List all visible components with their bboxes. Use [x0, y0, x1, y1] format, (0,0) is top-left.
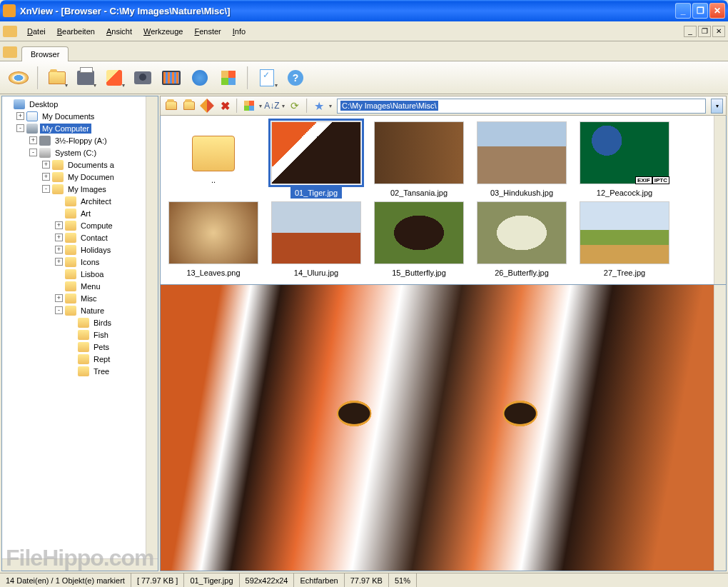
tree-node[interactable]: Birds: [4, 316, 144, 328]
tree-expander[interactable]: -: [55, 306, 63, 314]
tree-expander[interactable]: +: [55, 234, 63, 241]
thumbnail-item[interactable]: 27_Tree.jpg: [575, 201, 674, 279]
mdi-close-button[interactable]: ✕: [712, 26, 725, 37]
tree-expander[interactable]: +: [55, 294, 63, 302]
tree-expander[interactable]: -: [16, 124, 24, 132]
tree-node[interactable]: +My Documents: [4, 110, 144, 122]
tree-scrollbar-horizontal[interactable]: [2, 558, 158, 571]
maximize-button[interactable]: ❐: [692, 3, 708, 19]
capture-button[interactable]: [130, 65, 156, 91]
app-icon-small[interactable]: [3, 26, 17, 37]
metadata-badge: EXIF: [635, 176, 652, 184]
tree-node[interactable]: -My Computer: [4, 122, 144, 134]
tree-node[interactable]: Lisboa: [4, 268, 144, 280]
thumbnail-item[interactable]: 14_Uluru.jpg: [266, 201, 366, 279]
tree-node[interactable]: Rept: [4, 353, 144, 365]
thumbnail-item[interactable]: 26_Butterfly.jpg: [472, 201, 572, 279]
preview-pane: [160, 285, 727, 571]
tree-expander[interactable]: +: [16, 112, 24, 120]
film-icon: [162, 71, 181, 85]
favorites-button[interactable]: ★: [311, 98, 327, 114]
dropdown-arrow-icon[interactable]: ▾: [329, 103, 332, 109]
mdi-minimize-button[interactable]: _: [684, 26, 697, 37]
open-folder-button[interactable]: [44, 65, 70, 91]
tree-expander[interactable]: +: [42, 173, 50, 181]
tree-node[interactable]: +Icons: [4, 256, 144, 268]
dropdown-arrow-icon[interactable]: ▾: [259, 103, 262, 109]
preview-image[interactable]: [161, 285, 714, 571]
tree-node[interactable]: Desktop: [4, 98, 144, 110]
folder-up-button[interactable]: [163, 98, 179, 114]
tab-new-icon[interactable]: [3, 46, 17, 58]
help-button[interactable]: ?: [283, 65, 308, 91]
tree-node[interactable]: +Documents a: [4, 159, 144, 171]
tree-node[interactable]: Fish: [4, 328, 144, 341]
folder-icon: [65, 294, 76, 303]
tab-browser[interactable]: Browser: [21, 46, 69, 61]
folder-icon: [65, 245, 76, 255]
menu-ansicht[interactable]: Ansicht: [101, 24, 138, 39]
thumbnail-item[interactable]: 15_Butterfly.jpg: [369, 201, 469, 279]
preview-scrollbar[interactable]: [714, 285, 726, 571]
thumbnails-button[interactable]: [216, 65, 241, 91]
view-button[interactable]: [6, 65, 31, 91]
tree-node[interactable]: Pets: [4, 341, 144, 353]
thumbnail-item[interactable]: EXIFIPTC12_Peacock.jpg: [575, 121, 674, 199]
tree-expander[interactable]: -: [42, 185, 50, 193]
tree-expander[interactable]: +: [55, 246, 63, 254]
slideshow-button[interactable]: [158, 65, 184, 91]
folder-up-icon: [166, 101, 177, 110]
folder-tree[interactable]: Desktop+My Documents-My Computer+3½-Flop…: [2, 96, 146, 558]
edit-button[interactable]: [199, 98, 215, 114]
view-mode-button[interactable]: [241, 98, 257, 114]
tree-node[interactable]: Menu: [4, 280, 144, 292]
tree-node[interactable]: Art: [4, 207, 144, 219]
tree-expander[interactable]: -: [29, 149, 37, 156]
new-folder-button[interactable]: [181, 98, 197, 114]
tree-node[interactable]: Architect: [4, 195, 144, 207]
refresh-button[interactable]: ⟳: [287, 98, 303, 114]
menu-datei[interactable]: Datei: [21, 24, 51, 39]
menu-fenster[interactable]: Fenster: [188, 24, 226, 39]
thumbnail-item[interactable]: 03_Hindukush.jpg: [472, 121, 572, 199]
thumb-parent-folder[interactable]: ..: [163, 121, 263, 199]
tree-expander[interactable]: +: [55, 258, 63, 266]
tree-node[interactable]: -My Images: [4, 183, 144, 195]
minimize-button[interactable]: _: [675, 3, 691, 19]
thumbnail-scrollbar[interactable]: [714, 116, 726, 284]
address-bar[interactable]: C:\My Images\Nature\Misc\: [337, 99, 706, 114]
tree-node[interactable]: -System (C:): [4, 146, 144, 159]
thumbnail-grid[interactable]: ..01_Tiger.jpg02_Tansania.jpg03_Hindukus…: [161, 116, 714, 284]
tree-node[interactable]: +Contact: [4, 231, 144, 244]
tree-node[interactable]: +Holidays: [4, 244, 144, 256]
thumbnail-item[interactable]: 02_Tansania.jpg: [369, 121, 469, 199]
close-button[interactable]: ✕: [709, 3, 725, 19]
tree-node[interactable]: +Compute: [4, 219, 144, 231]
convert-button[interactable]: [101, 65, 127, 91]
web-button[interactable]: [187, 65, 213, 91]
tree-expander[interactable]: +: [42, 161, 50, 169]
dropdown-arrow-icon[interactable]: ▾: [282, 103, 285, 109]
thumbnail-item[interactable]: 13_Leaves.png: [163, 201, 263, 279]
address-dropdown-button[interactable]: ▾: [711, 99, 723, 114]
menu-werkzeuge[interactable]: Werkzeuge: [138, 24, 188, 39]
tree-expander[interactable]: +: [29, 136, 37, 144]
print-button[interactable]: [73, 65, 98, 91]
menu-info[interactable]: Info: [227, 24, 251, 39]
tree-scrollbar-vertical[interactable]: [146, 96, 158, 558]
thumbnail-item[interactable]: 01_Tiger.jpg: [266, 121, 366, 199]
tree-label: Birds: [91, 318, 113, 328]
options-button[interactable]: [254, 65, 280, 91]
tree-node[interactable]: Tree: [4, 365, 144, 377]
menu-bearbeiten[interactable]: Bearbeiten: [51, 24, 101, 39]
pencil-icon: [200, 99, 214, 113]
sort-button[interactable]: A↓Z: [264, 98, 280, 114]
tree-node[interactable]: +My Documen: [4, 171, 144, 183]
tree-node[interactable]: +3½-Floppy (A:): [4, 134, 144, 146]
tree-node[interactable]: +Misc: [4, 292, 144, 304]
mdi-restore-button[interactable]: ❐: [698, 26, 711, 37]
folder-icon: [65, 196, 76, 206]
tree-node[interactable]: -Nature: [4, 304, 144, 316]
delete-button[interactable]: ✖: [217, 98, 233, 114]
tree-expander[interactable]: +: [55, 221, 63, 229]
